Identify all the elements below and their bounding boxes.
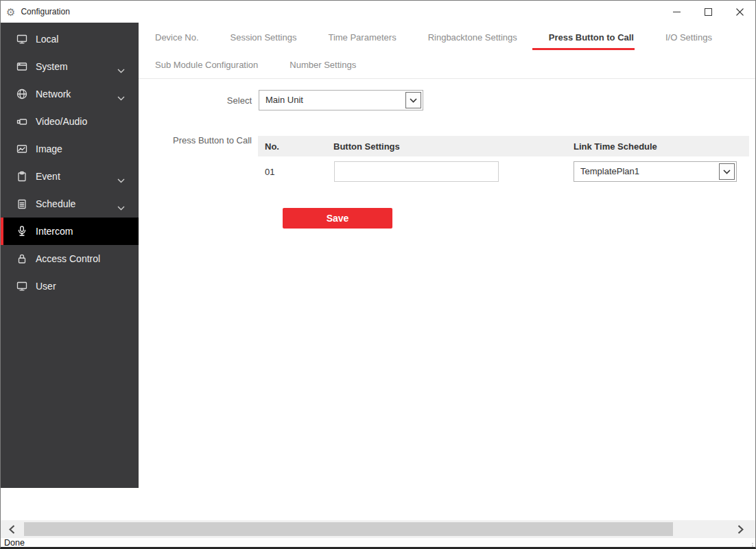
tab-strip: Device No. Session Settings Time Paramet… bbox=[139, 23, 755, 79]
scroll-left-button[interactable] bbox=[5, 522, 19, 536]
chevron-down-icon bbox=[117, 92, 125, 103]
sidebar-item-image[interactable]: Image bbox=[1, 135, 139, 163]
chevron-down-icon bbox=[723, 170, 731, 174]
chevron-down-icon bbox=[117, 202, 125, 213]
chevron-down-icon bbox=[410, 98, 417, 103]
user-monitor-icon bbox=[16, 280, 28, 292]
resize-grip-icon[interactable] bbox=[747, 539, 753, 549]
system-window-icon bbox=[16, 60, 28, 73]
sidebar: Local System Network Video/Audio Image bbox=[1, 23, 139, 488]
app-gear-icon: ⚙ bbox=[6, 7, 15, 17]
image-icon bbox=[16, 143, 28, 155]
chevron-right-icon bbox=[737, 525, 744, 534]
chevron-down-icon bbox=[117, 65, 125, 75]
sidebar-item-system[interactable]: System bbox=[1, 53, 139, 80]
sidebar-item-user[interactable]: User bbox=[1, 272, 139, 300]
tab-session-settings[interactable]: Session Settings bbox=[231, 32, 297, 43]
status-bar: Done bbox=[1, 538, 755, 548]
chevron-left-icon bbox=[9, 525, 15, 534]
tab-sub-module-configuration[interactable]: Sub Module Configuration bbox=[155, 60, 258, 70]
table-header-row: No. Button Settings Link Time Schedule bbox=[258, 136, 749, 156]
monitor-icon bbox=[16, 33, 28, 45]
minimize-button[interactable] bbox=[661, 1, 692, 23]
maximize-button[interactable] bbox=[692, 1, 724, 23]
link-time-schedule-value: TemplatePlan1 bbox=[580, 162, 639, 181]
microphone-icon bbox=[16, 225, 28, 237]
sidebar-item-label: Event bbox=[36, 171, 60, 182]
video-camera-icon bbox=[16, 115, 28, 128]
window-controls bbox=[661, 1, 755, 23]
event-clipboard-icon bbox=[16, 170, 28, 183]
press-button-to-call-table: No. Button Settings Link Time Schedule 0… bbox=[258, 136, 749, 187]
globe-icon bbox=[16, 88, 28, 100]
maximize-icon bbox=[705, 8, 712, 16]
sidebar-item-label: System bbox=[36, 61, 68, 72]
tab-time-parameters[interactable]: Time Parameters bbox=[328, 32, 396, 43]
sidebar-item-label: Local bbox=[36, 34, 58, 45]
sidebar-item-local[interactable]: Local bbox=[1, 25, 139, 53]
tab-ringbacktone-settings[interactable]: Ringbacktone Settings bbox=[428, 32, 517, 43]
unit-select-value: Main Unit bbox=[265, 91, 303, 110]
row-number: 01 bbox=[258, 167, 333, 177]
sidebar-item-schedule[interactable]: Schedule bbox=[1, 190, 139, 218]
sidebar-item-intercom[interactable]: Intercom bbox=[1, 218, 139, 245]
schedule-icon bbox=[16, 198, 28, 210]
tab-row-1: Device No. Session Settings Time Paramet… bbox=[155, 23, 755, 51]
main-panel: Device No. Session Settings Time Paramet… bbox=[139, 23, 755, 517]
configuration-window: { "window": { "title": "Configuration" }… bbox=[0, 0, 756, 549]
dropdown-arrow-button[interactable] bbox=[405, 92, 421, 108]
sidebar-item-label: Schedule bbox=[36, 198, 75, 209]
sidebar-item-label: Intercom bbox=[36, 226, 73, 237]
link-time-schedule-dropdown[interactable]: TemplatePlan1 bbox=[574, 161, 737, 182]
press-button-to-call-label: Press Button to Call bbox=[155, 135, 252, 145]
column-header-link-time-schedule: Link Time Schedule bbox=[574, 141, 749, 152]
column-header-button-settings: Button Settings bbox=[333, 141, 574, 152]
column-header-no: No. bbox=[258, 141, 333, 152]
unit-select-dropdown[interactable]: Main Unit bbox=[259, 90, 423, 110]
lock-icon bbox=[16, 253, 28, 265]
tab-row-2: Sub Module Configuration Number Settings bbox=[155, 51, 755, 78]
sidebar-item-network[interactable]: Network bbox=[1, 80, 139, 108]
tab-io-settings[interactable]: I/O Settings bbox=[665, 32, 712, 43]
close-button[interactable] bbox=[724, 1, 755, 23]
dropdown-arrow-button[interactable] bbox=[719, 163, 735, 180]
tab-press-button-to-call[interactable]: Press Button to Call bbox=[549, 32, 634, 43]
sidebar-item-label: Video/Audio bbox=[36, 116, 87, 127]
close-icon bbox=[736, 8, 744, 16]
status-text: Done bbox=[4, 538, 25, 548]
tab-number-settings[interactable]: Number Settings bbox=[290, 60, 356, 70]
sidebar-item-label: Access Control bbox=[36, 253, 100, 264]
minimize-icon bbox=[673, 8, 681, 16]
sidebar-item-label: Image bbox=[36, 143, 62, 154]
horizontal-scrollbar[interactable] bbox=[1, 520, 755, 538]
table-row: 01 TemplatePlan1 bbox=[258, 156, 749, 187]
button-settings-input[interactable] bbox=[334, 161, 499, 182]
chevron-down-icon bbox=[117, 174, 125, 185]
scroll-right-button[interactable] bbox=[733, 522, 747, 536]
sidebar-item-label: User bbox=[36, 281, 56, 292]
select-label: Select bbox=[176, 95, 252, 106]
sidebar-item-access-control[interactable]: Access Control bbox=[1, 245, 139, 272]
sidebar-item-video-audio[interactable]: Video/Audio bbox=[1, 108, 139, 135]
window-title: Configuration bbox=[21, 7, 69, 16]
titlebar: ⚙ Configuration bbox=[1, 1, 755, 23]
sidebar-item-label: Network bbox=[36, 89, 71, 100]
scrollbar-thumb[interactable] bbox=[24, 522, 673, 536]
tab-device-no[interactable]: Device No. bbox=[155, 32, 199, 43]
save-button[interactable]: Save bbox=[283, 208, 392, 229]
sidebar-item-event[interactable]: Event bbox=[1, 163, 139, 190]
